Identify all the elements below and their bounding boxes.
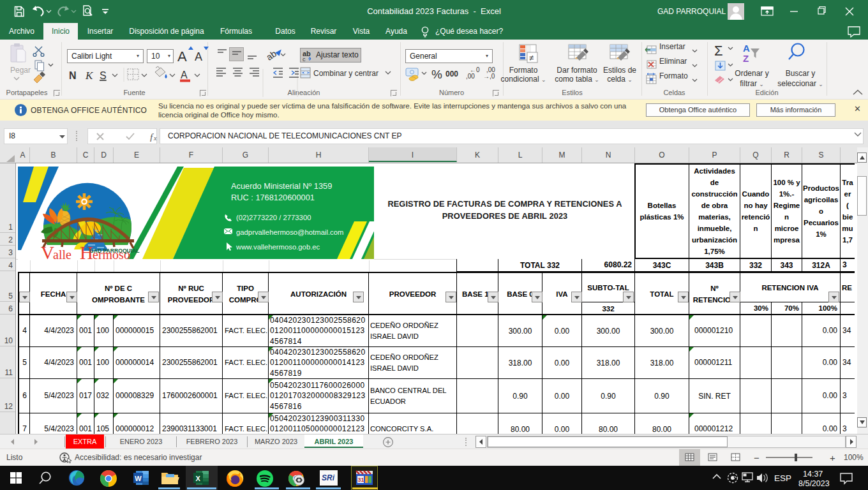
svg-text:ab: ab (264, 48, 278, 63)
svg-text:≠: ≠ (529, 53, 534, 63)
svg-text:X: X (196, 475, 201, 482)
svg-text:Σ: Σ (714, 43, 723, 59)
svg-text:alle: alle (53, 248, 71, 260)
svg-text:Z: Z (743, 53, 749, 64)
svg-text:(02)2773220 / 2773300: (02)2773220 / 2773300 (236, 214, 311, 221)
svg-text:gadprvallehermoso@hotmail.com: gadprvallehermoso@hotmail.com (236, 228, 343, 236)
svg-text:A: A (177, 48, 187, 64)
svg-text:GAD PARROQUIAL: GAD PARROQUIAL (89, 248, 140, 254)
svg-text:K: K (85, 70, 94, 82)
svg-text:www.vallehermoso.gob.ec: www.vallehermoso.gob.ec (236, 243, 320, 251)
svg-text:S: S (100, 70, 107, 81)
svg-text:A: A (181, 70, 188, 80)
svg-text:Acuerdo Ministerial Nº 1359: Acuerdo Ministerial Nº 1359 (231, 181, 332, 191)
svg-text:,00: ,00 (466, 73, 475, 80)
svg-text:ESP: ESP (774, 473, 791, 483)
svg-text:000: 000 (445, 70, 458, 78)
svg-text:x: x (153, 135, 157, 142)
svg-text:W: W (135, 475, 142, 482)
svg-text:RUC : 1768120600001: RUC : 1768120600001 (231, 193, 315, 202)
svg-text:A: A (743, 43, 750, 54)
svg-text:31: 31 (358, 477, 364, 483)
svg-text:%: % (431, 68, 442, 81)
svg-text:N: N (69, 70, 77, 81)
svg-text:SRi: SRi (322, 473, 335, 482)
svg-text:A: A (195, 50, 202, 63)
svg-text:8/5/2023: 8/5/2023 (798, 479, 830, 488)
svg-text:→,0: →,0 (483, 73, 495, 80)
svg-text:14:37: 14:37 (803, 470, 823, 479)
svg-text:c: c (303, 56, 306, 63)
svg-text:V: V (41, 242, 54, 260)
